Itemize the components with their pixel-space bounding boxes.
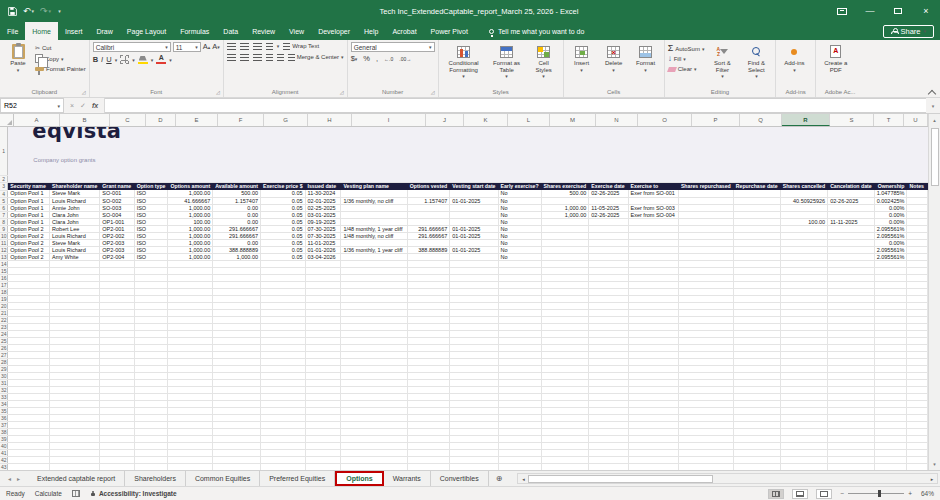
cell[interactable]: [678, 197, 733, 204]
cell[interactable]: [780, 309, 828, 316]
cell[interactable]: [828, 386, 875, 393]
cell[interactable]: [780, 246, 828, 253]
fill-button[interactable]: ↓Fill▾: [668, 55, 705, 63]
cell[interactable]: [341, 337, 407, 344]
cell[interactable]: [134, 435, 168, 442]
cell[interactable]: [134, 442, 168, 449]
cell[interactable]: 1/36 monthly, 1 year cliff: [341, 246, 407, 253]
cell[interactable]: [407, 337, 449, 344]
cell[interactable]: 0.05: [261, 218, 306, 225]
cell[interactable]: OP2-003: [100, 239, 134, 246]
cell[interactable]: [305, 337, 341, 344]
cell[interactable]: [50, 421, 100, 428]
cell[interactable]: [8, 407, 50, 414]
cell[interactable]: [261, 456, 306, 463]
cell[interactable]: [733, 295, 780, 302]
cell[interactable]: 1,000.00: [541, 211, 589, 218]
scroll-left-icon[interactable]: ◂: [518, 476, 528, 482]
table-header-cell[interactable]: Options vested: [407, 182, 449, 190]
cell[interactable]: [168, 267, 213, 274]
cell[interactable]: [498, 295, 541, 302]
cell[interactable]: [874, 421, 907, 428]
cell[interactable]: [168, 344, 213, 351]
row-number[interactable]: 18: [0, 288, 8, 295]
cell[interactable]: [134, 302, 168, 309]
cell[interactable]: [8, 267, 50, 274]
cell[interactable]: [628, 197, 678, 204]
cell[interactable]: [450, 379, 498, 386]
menu-tab-file[interactable]: File: [0, 22, 25, 40]
cell[interactable]: [450, 400, 498, 407]
cell[interactable]: [828, 330, 875, 337]
cell[interactable]: [498, 281, 541, 288]
cell[interactable]: [733, 414, 780, 421]
cell[interactable]: 0.00: [213, 211, 261, 218]
cell[interactable]: Steve Mark: [50, 239, 100, 246]
column-header-R[interactable]: R: [782, 114, 830, 126]
cell[interactable]: [341, 400, 407, 407]
cell[interactable]: [498, 442, 541, 449]
sheet-tab-extended-captable-report[interactable]: Extended captable report: [28, 471, 125, 486]
cell[interactable]: [828, 267, 875, 274]
cell[interactable]: [50, 379, 100, 386]
cell[interactable]: 1,000.00: [168, 211, 213, 218]
font-name-select[interactable]: Calibri▾: [93, 42, 171, 52]
cell[interactable]: [628, 253, 678, 260]
page-layout-view-button[interactable]: [792, 489, 808, 499]
cell[interactable]: [733, 239, 780, 246]
cell[interactable]: Option Pool 1: [8, 218, 50, 225]
cell[interactable]: [168, 281, 213, 288]
cell[interactable]: [168, 456, 213, 463]
cell[interactable]: [100, 323, 134, 330]
cell[interactable]: [450, 337, 498, 344]
row-number[interactable]: 33: [0, 393, 8, 400]
cell[interactable]: [678, 428, 733, 435]
cell[interactable]: [907, 232, 928, 239]
cell[interactable]: [50, 400, 100, 407]
cell[interactable]: [407, 379, 449, 386]
row-number[interactable]: 25: [0, 337, 8, 344]
cell[interactable]: [50, 358, 100, 365]
cell[interactable]: [907, 337, 928, 344]
cell[interactable]: [498, 316, 541, 323]
cell[interactable]: [498, 393, 541, 400]
cell[interactable]: Option Pool 2: [8, 246, 50, 253]
cell[interactable]: [261, 288, 306, 295]
cell[interactable]: [168, 463, 213, 470]
cell[interactable]: [733, 386, 780, 393]
cell[interactable]: [907, 407, 928, 414]
cell[interactable]: [50, 449, 100, 456]
table-header-cell[interactable]: Exercise date: [589, 182, 628, 190]
row-number[interactable]: 41: [0, 449, 8, 456]
cell[interactable]: [733, 337, 780, 344]
row-number[interactable]: 17: [0, 281, 8, 288]
cell[interactable]: 0.00%: [874, 204, 907, 211]
cell[interactable]: [780, 456, 828, 463]
menu-tab-draw[interactable]: Draw: [89, 22, 119, 40]
cell[interactable]: [8, 386, 50, 393]
cell[interactable]: [168, 386, 213, 393]
cell[interactable]: [305, 435, 341, 442]
cell[interactable]: [450, 372, 498, 379]
cell[interactable]: [341, 211, 407, 218]
cell[interactable]: [589, 260, 628, 267]
cell[interactable]: [733, 309, 780, 316]
row-number[interactable]: 24: [0, 330, 8, 337]
cell[interactable]: [589, 421, 628, 428]
cell[interactable]: [828, 393, 875, 400]
row-number[interactable]: 12: [0, 246, 8, 253]
cell[interactable]: [733, 274, 780, 281]
cell[interactable]: [780, 365, 828, 372]
cell[interactable]: [407, 211, 449, 218]
tell-me-box[interactable]: Tell me what you want to do: [489, 22, 584, 40]
cell[interactable]: [628, 456, 678, 463]
cell[interactable]: [733, 358, 780, 365]
font-size-select[interactable]: 11▾: [173, 42, 201, 52]
cell[interactable]: [134, 414, 168, 421]
cell[interactable]: 0.002425%: [874, 197, 907, 204]
cell[interactable]: [50, 386, 100, 393]
cell[interactable]: [589, 435, 628, 442]
cell[interactable]: [780, 337, 828, 344]
cell[interactable]: 1/36 monthly, no cliff: [341, 197, 407, 204]
cell[interactable]: [100, 463, 134, 470]
